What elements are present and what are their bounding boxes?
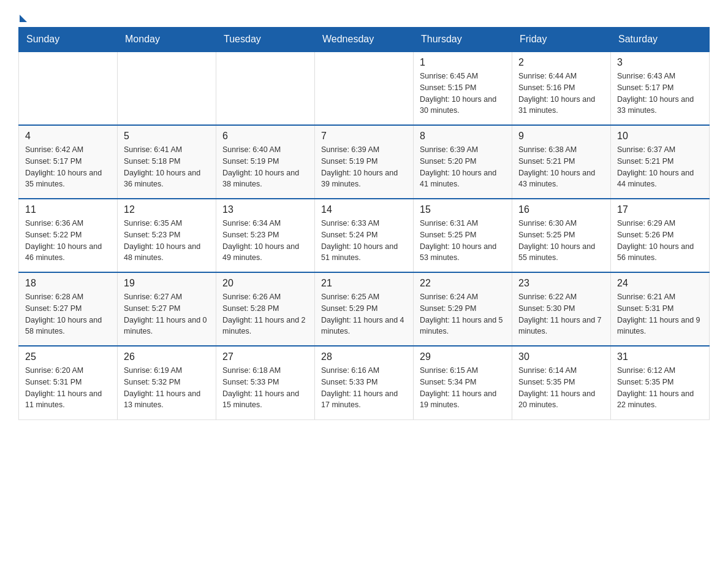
weekday-header-saturday: Saturday bbox=[611, 28, 710, 52]
calendar-cell: 13Sunrise: 6:34 AM Sunset: 5:23 PM Dayli… bbox=[216, 199, 315, 272]
calendar-cell: 22Sunrise: 6:24 AM Sunset: 5:29 PM Dayli… bbox=[414, 272, 512, 346]
calendar-cell: 4Sunrise: 6:42 AM Sunset: 5:17 PM Daylig… bbox=[19, 125, 118, 199]
day-info: Sunrise: 6:41 AM Sunset: 5:18 PM Dayligh… bbox=[124, 144, 210, 190]
weekday-header-thursday: Thursday bbox=[414, 28, 512, 52]
day-number: 30 bbox=[518, 351, 604, 362]
day-number: 8 bbox=[420, 131, 506, 142]
day-info: Sunrise: 6:29 AM Sunset: 5:26 PM Dayligh… bbox=[617, 218, 703, 264]
calendar-cell: 8Sunrise: 6:39 AM Sunset: 5:20 PM Daylig… bbox=[414, 125, 512, 199]
weekday-header-tuesday: Tuesday bbox=[216, 28, 315, 52]
week-row-5: 25Sunrise: 6:20 AM Sunset: 5:31 PM Dayli… bbox=[19, 346, 710, 419]
calendar-cell: 11Sunrise: 6:36 AM Sunset: 5:22 PM Dayli… bbox=[19, 199, 118, 272]
calendar-cell: 21Sunrise: 6:25 AM Sunset: 5:29 PM Dayli… bbox=[315, 272, 414, 346]
day-info: Sunrise: 6:30 AM Sunset: 5:25 PM Dayligh… bbox=[518, 218, 604, 264]
calendar-cell: 12Sunrise: 6:35 AM Sunset: 5:23 PM Dayli… bbox=[118, 199, 216, 272]
day-info: Sunrise: 6:40 AM Sunset: 5:19 PM Dayligh… bbox=[222, 144, 308, 190]
calendar-cell: 5Sunrise: 6:41 AM Sunset: 5:18 PM Daylig… bbox=[118, 125, 216, 199]
header bbox=[18, 12, 710, 21]
day-number: 17 bbox=[617, 204, 703, 215]
day-number: 15 bbox=[420, 204, 506, 215]
day-number: 20 bbox=[222, 278, 308, 289]
calendar-cell bbox=[315, 52, 414, 125]
calendar-cell: 28Sunrise: 6:16 AM Sunset: 5:33 PM Dayli… bbox=[315, 346, 414, 419]
calendar-cell bbox=[216, 52, 315, 125]
day-number: 27 bbox=[222, 351, 308, 362]
day-info: Sunrise: 6:37 AM Sunset: 5:21 PM Dayligh… bbox=[617, 144, 703, 190]
calendar-cell: 6Sunrise: 6:40 AM Sunset: 5:19 PM Daylig… bbox=[216, 125, 315, 199]
day-info: Sunrise: 6:18 AM Sunset: 5:33 PM Dayligh… bbox=[222, 365, 308, 411]
day-info: Sunrise: 6:19 AM Sunset: 5:32 PM Dayligh… bbox=[124, 365, 210, 411]
calendar-cell: 2Sunrise: 6:44 AM Sunset: 5:16 PM Daylig… bbox=[512, 52, 611, 125]
day-number: 14 bbox=[321, 204, 407, 215]
calendar-cell: 24Sunrise: 6:21 AM Sunset: 5:31 PM Dayli… bbox=[611, 272, 710, 346]
day-info: Sunrise: 6:38 AM Sunset: 5:21 PM Dayligh… bbox=[518, 144, 604, 190]
day-info: Sunrise: 6:16 AM Sunset: 5:33 PM Dayligh… bbox=[321, 365, 407, 411]
day-number: 1 bbox=[420, 57, 506, 68]
calendar-cell: 26Sunrise: 6:19 AM Sunset: 5:32 PM Dayli… bbox=[118, 346, 216, 419]
calendar-cell: 18Sunrise: 6:28 AM Sunset: 5:27 PM Dayli… bbox=[19, 272, 118, 346]
day-number: 7 bbox=[321, 131, 407, 142]
day-info: Sunrise: 6:44 AM Sunset: 5:16 PM Dayligh… bbox=[518, 71, 604, 117]
logo-arrow-icon bbox=[20, 15, 27, 22]
day-info: Sunrise: 6:20 AM Sunset: 5:31 PM Dayligh… bbox=[25, 365, 111, 411]
day-number: 25 bbox=[25, 351, 111, 362]
calendar-cell: 14Sunrise: 6:33 AM Sunset: 5:24 PM Dayli… bbox=[315, 199, 414, 272]
day-number: 3 bbox=[617, 57, 703, 68]
day-info: Sunrise: 6:25 AM Sunset: 5:29 PM Dayligh… bbox=[321, 291, 407, 337]
week-row-4: 18Sunrise: 6:28 AM Sunset: 5:27 PM Dayli… bbox=[19, 272, 710, 346]
calendar-cell bbox=[118, 52, 216, 125]
day-info: Sunrise: 6:43 AM Sunset: 5:17 PM Dayligh… bbox=[617, 71, 703, 117]
calendar-cell: 10Sunrise: 6:37 AM Sunset: 5:21 PM Dayli… bbox=[611, 125, 710, 199]
calendar-cell: 20Sunrise: 6:26 AM Sunset: 5:28 PM Dayli… bbox=[216, 272, 315, 346]
day-info: Sunrise: 6:35 AM Sunset: 5:23 PM Dayligh… bbox=[124, 218, 210, 264]
day-info: Sunrise: 6:39 AM Sunset: 5:20 PM Dayligh… bbox=[420, 144, 506, 190]
calendar-cell: 30Sunrise: 6:14 AM Sunset: 5:35 PM Dayli… bbox=[512, 346, 611, 419]
day-info: Sunrise: 6:34 AM Sunset: 5:23 PM Dayligh… bbox=[222, 218, 308, 264]
calendar-cell bbox=[19, 52, 118, 125]
calendar-cell: 17Sunrise: 6:29 AM Sunset: 5:26 PM Dayli… bbox=[611, 199, 710, 272]
day-info: Sunrise: 6:45 AM Sunset: 5:15 PM Dayligh… bbox=[420, 71, 506, 117]
week-row-2: 4Sunrise: 6:42 AM Sunset: 5:17 PM Daylig… bbox=[19, 125, 710, 199]
calendar-cell: 3Sunrise: 6:43 AM Sunset: 5:17 PM Daylig… bbox=[611, 52, 710, 125]
day-info: Sunrise: 6:24 AM Sunset: 5:29 PM Dayligh… bbox=[420, 291, 506, 337]
day-number: 31 bbox=[617, 351, 703, 362]
day-info: Sunrise: 6:21 AM Sunset: 5:31 PM Dayligh… bbox=[617, 291, 703, 337]
day-number: 18 bbox=[25, 278, 111, 289]
day-number: 24 bbox=[617, 278, 703, 289]
day-number: 19 bbox=[124, 278, 210, 289]
calendar-cell: 1Sunrise: 6:45 AM Sunset: 5:15 PM Daylig… bbox=[414, 52, 512, 125]
calendar-cell: 27Sunrise: 6:18 AM Sunset: 5:33 PM Dayli… bbox=[216, 346, 315, 419]
calendar-cell: 9Sunrise: 6:38 AM Sunset: 5:21 PM Daylig… bbox=[512, 125, 611, 199]
calendar-cell: 23Sunrise: 6:22 AM Sunset: 5:30 PM Dayli… bbox=[512, 272, 611, 346]
day-number: 23 bbox=[518, 278, 604, 289]
day-number: 13 bbox=[222, 204, 308, 215]
day-number: 26 bbox=[124, 351, 210, 362]
logo bbox=[18, 12, 27, 21]
weekday-header-friday: Friday bbox=[512, 28, 611, 52]
day-number: 29 bbox=[420, 351, 506, 362]
day-number: 11 bbox=[25, 204, 111, 215]
weekday-header-wednesday: Wednesday bbox=[315, 28, 414, 52]
calendar-cell: 7Sunrise: 6:39 AM Sunset: 5:19 PM Daylig… bbox=[315, 125, 414, 199]
day-info: Sunrise: 6:36 AM Sunset: 5:22 PM Dayligh… bbox=[25, 218, 111, 264]
weekday-header-row: SundayMondayTuesdayWednesdayThursdayFrid… bbox=[19, 28, 710, 52]
day-number: 28 bbox=[321, 351, 407, 362]
day-info: Sunrise: 6:33 AM Sunset: 5:24 PM Dayligh… bbox=[321, 218, 407, 264]
day-info: Sunrise: 6:31 AM Sunset: 5:25 PM Dayligh… bbox=[420, 218, 506, 264]
day-info: Sunrise: 6:22 AM Sunset: 5:30 PM Dayligh… bbox=[518, 291, 604, 337]
weekday-header-monday: Monday bbox=[118, 28, 216, 52]
calendar-cell: 19Sunrise: 6:27 AM Sunset: 5:27 PM Dayli… bbox=[118, 272, 216, 346]
day-number: 22 bbox=[420, 278, 506, 289]
day-number: 4 bbox=[25, 131, 111, 142]
calendar-cell: 25Sunrise: 6:20 AM Sunset: 5:31 PM Dayli… bbox=[19, 346, 118, 419]
weekday-header-sunday: Sunday bbox=[19, 28, 118, 52]
day-info: Sunrise: 6:26 AM Sunset: 5:28 PM Dayligh… bbox=[222, 291, 308, 337]
calendar-cell: 16Sunrise: 6:30 AM Sunset: 5:25 PM Dayli… bbox=[512, 199, 611, 272]
day-number: 21 bbox=[321, 278, 407, 289]
calendar-table: SundayMondayTuesdayWednesdayThursdayFrid… bbox=[18, 27, 710, 420]
day-info: Sunrise: 6:12 AM Sunset: 5:35 PM Dayligh… bbox=[617, 365, 703, 411]
week-row-3: 11Sunrise: 6:36 AM Sunset: 5:22 PM Dayli… bbox=[19, 199, 710, 272]
day-number: 6 bbox=[222, 131, 308, 142]
day-info: Sunrise: 6:27 AM Sunset: 5:27 PM Dayligh… bbox=[124, 291, 210, 337]
calendar-cell: 31Sunrise: 6:12 AM Sunset: 5:35 PM Dayli… bbox=[611, 346, 710, 419]
